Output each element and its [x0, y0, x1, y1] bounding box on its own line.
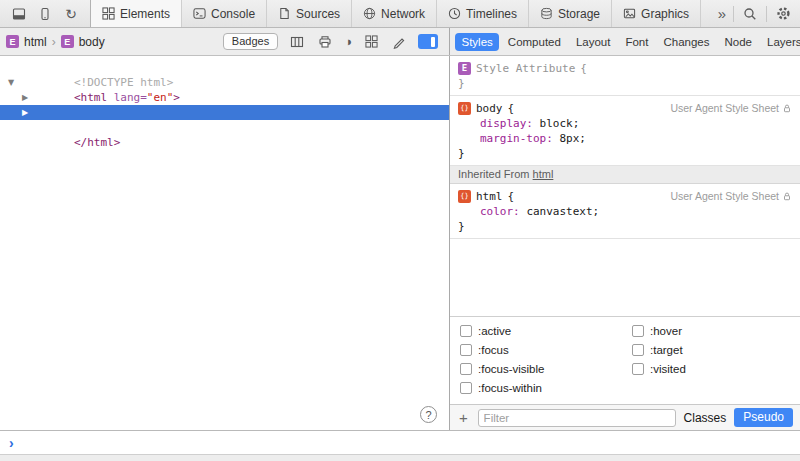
rulers-icon[interactable] — [288, 32, 306, 52]
close-brace: } — [458, 219, 792, 234]
css-rule-icon: {} — [458, 190, 471, 203]
pseudo-states-panel: :active :focus :focus-visible :focus-wit… — [450, 316, 800, 404]
sidebar-tab-font[interactable]: Font — [619, 33, 655, 51]
toggle-sidebar-icon[interactable] — [418, 34, 438, 49]
sidebar-tab-changes[interactable]: Changes — [657, 33, 716, 51]
tab-sources[interactable]: Sources — [266, 0, 351, 27]
bottom-status-strip — [0, 454, 800, 461]
timelines-icon — [448, 7, 461, 20]
lock-icon — [782, 191, 792, 202]
classes-button[interactable]: Classes — [684, 411, 727, 425]
pseudo-active-row: :active — [460, 325, 632, 337]
pseudo-label: :focus-within — [478, 382, 542, 394]
secondary-toolbar: E html › E body Badges ◑ — [0, 28, 800, 56]
checkbox-visited[interactable] — [632, 363, 644, 375]
appearance-contrast-icon[interactable]: ◑ — [344, 35, 352, 48]
disclosure-expanded-icon[interactable]: ▼ — [8, 75, 14, 90]
rule-selector[interactable]: html — [476, 189, 503, 204]
dock-bottom-icon[interactable] — [10, 4, 28, 24]
checkbox-active[interactable] — [460, 325, 472, 337]
rule-selector[interactable]: body — [476, 101, 503, 116]
sidebar-tab-layout[interactable]: Layout — [569, 33, 617, 51]
tab-label: Graphics — [641, 7, 689, 21]
elements-toolbar-buttons: Badges ◑ — [223, 32, 443, 52]
tag-token: </html> — [74, 136, 120, 149]
breadcrumb-item-body[interactable]: body — [79, 35, 105, 49]
style-attribute-section: E Style Attribute { } — [450, 56, 800, 96]
checkbox-focus[interactable] — [460, 344, 472, 356]
add-rule-icon[interactable]: + — [457, 410, 470, 425]
help-button[interactable]: ? — [420, 406, 437, 423]
pseudo-focus-row: :focus — [460, 344, 632, 356]
sidebar-tab-computed[interactable]: Computed — [501, 33, 567, 51]
rule-origin: User Agent Style Sheet — [670, 189, 792, 204]
css-property[interactable]: display: block; — [480, 116, 792, 131]
elements-toolbar: E html › E body Badges ◑ — [0, 28, 450, 55]
css-rule-icon: {} — [458, 102, 471, 115]
open-brace: { — [580, 61, 587, 76]
sidebar-tab-node[interactable]: Node — [718, 33, 759, 51]
network-icon — [363, 7, 376, 20]
grid-overlay-icon[interactable] — [362, 32, 380, 52]
filter-input[interactable] — [478, 409, 676, 427]
disclosure-collapsed-icon[interactable]: ▶ — [22, 105, 28, 120]
tab-network[interactable]: Network — [351, 0, 436, 27]
html-close-line[interactable]: </html> — [0, 120, 449, 135]
origin-label: User Agent Style Sheet — [670, 101, 779, 116]
graphics-icon — [623, 7, 636, 20]
quick-console[interactable]: › — [0, 430, 800, 454]
pseudo-focus-visible-row: :focus-visible — [460, 363, 632, 375]
tab-console[interactable]: Console — [181, 0, 266, 27]
pseudo-focus-within-row: :focus-within — [460, 382, 632, 394]
body-rule-section: {} body { User Agent Style Sheet display… — [450, 96, 800, 166]
sidebar-tab-bar: Styles Computed Layout Font Changes Node… — [450, 28, 800, 55]
checkbox-hover[interactable] — [632, 325, 644, 337]
device-icon[interactable] — [36, 4, 54, 24]
breadcrumb: E html › E body — [6, 35, 105, 49]
divider — [766, 6, 767, 22]
sidebar-tab-layers[interactable]: Layers — [760, 33, 800, 51]
badges-button[interactable]: Badges — [223, 33, 278, 50]
inherited-prefix: Inherited From — [458, 168, 533, 180]
empty-space — [450, 239, 800, 316]
brush-icon[interactable] — [390, 32, 408, 52]
checkbox-focus-within[interactable] — [460, 382, 472, 394]
elements-icon — [102, 7, 115, 20]
tab-label: Sources — [296, 7, 340, 21]
sources-icon — [278, 7, 291, 20]
pseudo-label: :hover — [650, 325, 682, 337]
css-property[interactable]: margin-top: 8px; — [480, 131, 792, 146]
tab-timelines[interactable]: Timelines — [436, 0, 528, 27]
disclosure-collapsed-icon[interactable]: ▶ — [22, 90, 28, 105]
gear-icon[interactable] — [774, 4, 792, 24]
dom-tree-panel: <!DOCTYPE html> ▼<html lang="en"> ▶<head… — [0, 56, 450, 430]
html-open-line[interactable]: ▼<html lang="en"> — [0, 75, 449, 90]
checkbox-focus-visible[interactable] — [460, 363, 472, 375]
rule-origin: User Agent Style Sheet — [670, 101, 792, 116]
print-styles-icon[interactable] — [316, 32, 334, 52]
body-line-selected[interactable]: ▶<body>…</body>= $0 — [0, 105, 449, 120]
close-brace: } — [458, 146, 792, 161]
pseudo-hover-row: :hover — [632, 325, 686, 337]
chevron-right-icon: › — [52, 35, 56, 49]
head-line[interactable]: ▶<head>…</head> — [0, 90, 449, 105]
doctype-line[interactable]: <!DOCTYPE html> — [0, 60, 449, 75]
pseudo-button[interactable]: Pseudo — [734, 408, 793, 427]
pseudo-label: :active — [478, 325, 511, 337]
breadcrumb-item-html[interactable]: html — [24, 35, 47, 49]
css-property[interactable]: color: canvastext; — [480, 204, 792, 219]
inherited-node-link[interactable]: html — [533, 168, 554, 180]
console-prompt-icon: › — [9, 436, 14, 450]
checkbox-target[interactable] — [632, 344, 644, 356]
sidebar-tab-styles[interactable]: Styles — [455, 33, 499, 51]
element-badge-icon: E — [458, 62, 471, 75]
tab-elements[interactable]: Elements — [90, 0, 181, 27]
overflow-chevrons-icon[interactable]: » — [718, 6, 726, 21]
reload-icon[interactable]: ↻ — [62, 4, 80, 24]
pseudo-label: :focus — [478, 344, 509, 356]
tab-label: Network — [381, 7, 425, 21]
tab-storage[interactable]: Storage — [528, 0, 611, 27]
search-icon[interactable] — [741, 4, 759, 24]
storage-icon — [540, 7, 553, 20]
tab-graphics[interactable]: Graphics — [611, 0, 701, 27]
